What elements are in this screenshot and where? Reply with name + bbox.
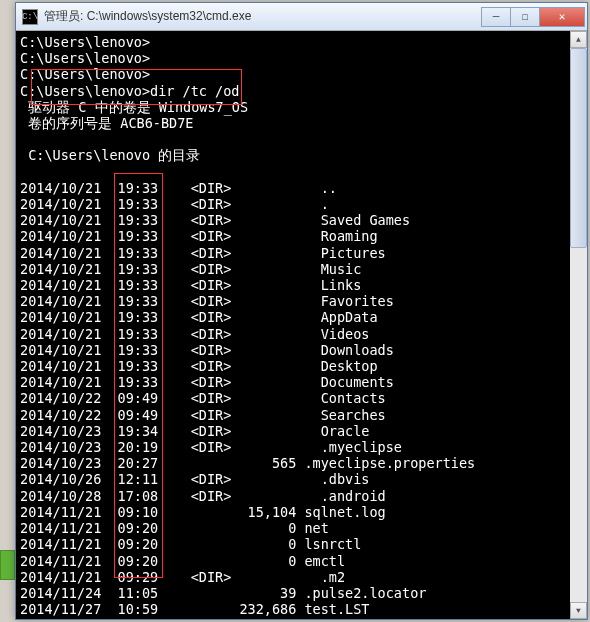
minimize-button[interactable]: ─ [481,7,511,27]
vertical-scrollbar[interactable]: ▲ ▼ [570,31,587,619]
cmd-window: C:\ 管理员: C:\windows\system32\cmd.exe ─ ☐… [15,2,588,620]
scrollbar-thumb[interactable] [570,48,587,248]
titlebar[interactable]: C:\ 管理员: C:\windows\system32\cmd.exe ─ ☐… [16,3,587,31]
scroll-up-button[interactable]: ▲ [570,31,587,48]
maximize-button[interactable]: ☐ [510,7,540,27]
cmd-icon: C:\ [22,9,38,25]
scroll-down-button[interactable]: ▼ [570,602,587,619]
window-controls: ─ ☐ ✕ [482,7,585,27]
external-tab [0,550,15,580]
terminal-output[interactable]: C:\Users\lenovo> C:\Users\lenovo> C:\Use… [16,31,570,619]
window-title: 管理员: C:\windows\system32\cmd.exe [44,8,482,25]
close-button[interactable]: ✕ [539,7,585,27]
